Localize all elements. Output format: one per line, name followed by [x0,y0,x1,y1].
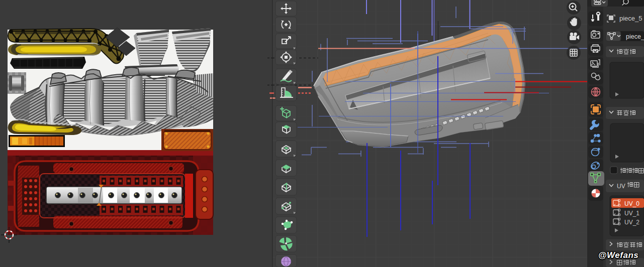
svg-text:UV_0: UV_0 [624,200,639,207]
svg-text:UV_2: UV_2 [624,219,639,226]
svg-text:piece_5: piece_5 [619,15,642,22]
svg-text:UV: UV [617,183,625,190]
svg-text:UV_1: UV_1 [624,210,639,217]
svg-text:piece_5: piece_5 [626,33,644,40]
